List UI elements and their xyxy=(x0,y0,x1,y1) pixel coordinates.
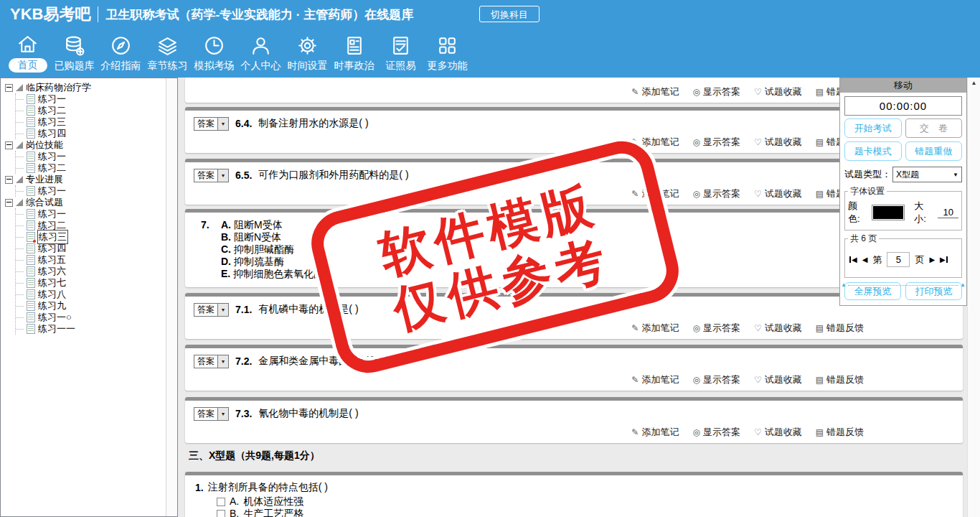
tree-item[interactable]: 练习二 xyxy=(16,220,166,231)
option-text: 抑制胆碱酯酶 xyxy=(234,243,294,255)
layers-icon xyxy=(156,32,179,58)
collapse-icon[interactable] xyxy=(5,199,13,207)
page-number-input[interactable]: 5 xyxy=(887,252,910,267)
collapse-icon[interactable] xyxy=(5,176,13,184)
next-page-button[interactable]: ▶ xyxy=(929,256,935,264)
tree-item[interactable]: 练习五 xyxy=(16,254,166,266)
toolbar-item-label: 更多功能 xyxy=(428,60,468,73)
action-heart[interactable]: ♡试题收藏 xyxy=(754,426,802,439)
redo-wrong-button[interactable]: 错题重做 xyxy=(905,141,963,161)
first-page-button[interactable]: ◀ xyxy=(849,256,857,264)
action-pencil[interactable]: ✎添加笔记 xyxy=(631,187,679,200)
question-type-select[interactable]: X型题 ▼ xyxy=(892,167,962,182)
submit-paper-button[interactable]: 交 卷 xyxy=(905,118,963,138)
action-eye[interactable]: ◎显示答案 xyxy=(692,187,740,200)
answer-dropdown[interactable]: 答案▼ xyxy=(194,407,229,421)
start-exam-button[interactable]: 开始考试 xyxy=(844,118,902,138)
tree-item[interactable]: 练习二 xyxy=(16,162,166,174)
action-pencil[interactable]: ✎添加笔记 xyxy=(631,85,679,98)
toolbar-item-profile[interactable]: 个人中心 xyxy=(237,32,284,78)
panel-drag-handle[interactable]: 移动 xyxy=(840,78,966,93)
action-eye[interactable]: ◎显示答案 xyxy=(692,373,740,386)
document-icon xyxy=(27,94,35,104)
font-size-value[interactable]: 10 xyxy=(938,207,958,218)
tree-item[interactable]: 练习一 xyxy=(16,208,166,220)
action-eye[interactable]: ◎显示答案 xyxy=(692,322,740,335)
toolbar-item-intro-guide[interactable]: 介绍指南 xyxy=(98,32,144,78)
toolbar-item-purchased-banks[interactable]: 已购题库 xyxy=(51,32,98,78)
tree-item[interactable]: 练习二 xyxy=(16,105,166,116)
action-heart[interactable]: ♡试题收藏 xyxy=(754,187,802,200)
tree-item[interactable]: 练习八 xyxy=(16,289,166,300)
tree-item[interactable]: 练习一 xyxy=(16,93,166,105)
chevron-down-icon[interactable]: ▼ xyxy=(950,172,961,178)
document-icon xyxy=(27,232,35,242)
option-checkbox[interactable] xyxy=(217,510,225,517)
action-pencil[interactable]: ✎添加笔记 xyxy=(631,322,679,335)
tree-item[interactable]: 练习四 xyxy=(16,243,166,254)
toolbar-item-chapter-practice[interactable]: 章节练习 xyxy=(144,32,191,78)
answer-card-mode-button[interactable]: 题卡模式 xyxy=(844,141,902,161)
sidebar-scrollbar[interactable] xyxy=(166,78,177,516)
tree-item[interactable]: 练习六 xyxy=(16,266,166,277)
toolbar-item-mock-exam[interactable]: 模拟考场 xyxy=(191,32,237,78)
scroll-up-icon[interactable]: ▲ xyxy=(968,78,980,88)
action-label: 错题反馈 xyxy=(826,426,864,439)
tree-item[interactable]: 练习三 xyxy=(16,231,166,243)
switch-subject-button[interactable]: 切换科目 xyxy=(479,6,540,22)
tree-item[interactable]: 练习一一 xyxy=(16,323,166,335)
action-feedback[interactable]: ▤错题反馈 xyxy=(816,426,864,439)
collapse-icon[interactable] xyxy=(5,84,13,92)
heart-icon: ♡ xyxy=(754,427,762,437)
question-number: 7.2. xyxy=(235,355,252,367)
main-scrollbar[interactable]: ▲ xyxy=(967,78,980,517)
toolbar-item-time-settings[interactable]: 时间设置 xyxy=(284,32,331,78)
tree-group[interactable]: 岗位技能 xyxy=(4,139,166,151)
action-heart[interactable]: ♡试题收藏 xyxy=(754,322,802,335)
font-color-label: 颜色: xyxy=(848,200,868,225)
action-pencil[interactable]: ✎添加笔记 xyxy=(631,426,679,439)
action-heart[interactable]: ♡试题收藏 xyxy=(754,373,802,386)
answer-dropdown[interactable]: 答案▼ xyxy=(194,355,229,368)
tree-group[interactable]: 专业进展 xyxy=(4,174,166,185)
action-heart[interactable]: ♡试题收藏 xyxy=(754,136,802,149)
answer-dropdown[interactable]: 答案▼ xyxy=(194,303,229,317)
option-letter: E. xyxy=(221,268,230,279)
toolbar-item-current-politics[interactable]: 时事政治 xyxy=(331,32,377,78)
answer-dropdown-label: 答案 xyxy=(194,408,217,420)
font-color-swatch[interactable] xyxy=(872,205,905,220)
tree-item[interactable]: 练习一 xyxy=(16,185,166,197)
tree-item[interactable]: 练习四 xyxy=(16,128,166,139)
action-feedback[interactable]: ▤错题反馈 xyxy=(816,373,864,386)
toolbar-item-home[interactable]: 首页 xyxy=(4,31,51,78)
action-heart[interactable]: ♡试题收藏 xyxy=(754,85,802,98)
document-icon xyxy=(27,301,35,311)
tree-item[interactable]: 练习三 xyxy=(16,116,166,128)
prev-page-button[interactable]: ◀ xyxy=(862,256,868,264)
toolbar-item-certificates[interactable]: 证照易 xyxy=(377,32,424,78)
tree-group[interactable]: 临床药物治疗学 xyxy=(4,82,166,93)
action-eye[interactable]: ◎显示答案 xyxy=(692,85,740,98)
checkbox-option-row: A.机体适应性强 xyxy=(194,495,954,508)
font-size-label: 大小: xyxy=(914,200,934,225)
tree-item[interactable]: 练习九 xyxy=(16,300,166,312)
pencil-icon: ✎ xyxy=(631,375,639,385)
action-label: 添加笔记 xyxy=(641,426,679,439)
tree-item[interactable]: 练习一 xyxy=(16,151,166,162)
question-number: 6.4. xyxy=(235,118,252,129)
tree-item[interactable]: 练习七 xyxy=(16,277,166,289)
action-feedback[interactable]: ▤错题反馈 xyxy=(816,322,864,335)
tree-group[interactable]: 综合试题 xyxy=(4,197,166,208)
action-pencil[interactable]: ✎添加笔记 xyxy=(631,136,679,149)
collapse-icon[interactable] xyxy=(5,141,13,149)
answer-dropdown[interactable]: 答案▼ xyxy=(194,169,229,182)
toolbar-item-more-functions[interactable]: 更多功能 xyxy=(424,32,471,78)
panel-splitter[interactable]: ▲ ▲ xyxy=(841,282,966,288)
tree-item[interactable]: 练习一○ xyxy=(16,312,166,323)
action-eye[interactable]: ◎显示答案 xyxy=(692,426,740,439)
option-checkbox[interactable] xyxy=(217,498,225,506)
action-eye[interactable]: ◎显示答案 xyxy=(692,136,740,149)
answer-dropdown[interactable]: 答案▼ xyxy=(194,117,229,131)
last-page-button[interactable]: ▶ xyxy=(940,256,948,264)
action-pencil[interactable]: ✎添加笔记 xyxy=(631,373,679,386)
